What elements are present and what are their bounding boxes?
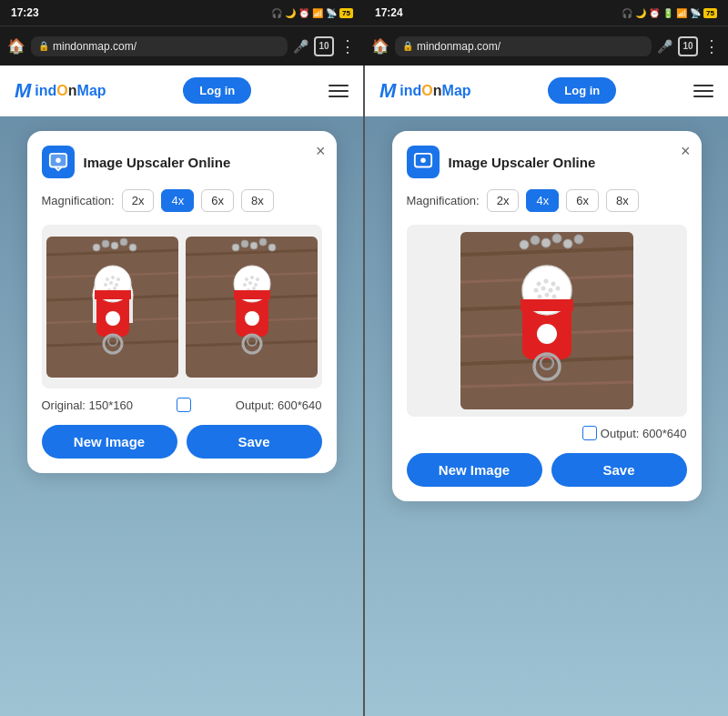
left-close-button[interactable]: × [316,142,326,161]
svg-point-83 [537,324,557,344]
left-lock-icon: 🔒 [38,41,49,51]
left-mag-6x[interactable]: 6x [201,189,234,212]
svg-point-75 [533,288,538,293]
right-mag-8x[interactable]: 8x [606,189,639,212]
right-address-bar[interactable]: 🔒 mindonmap.com/ [395,36,652,56]
right-info-row: Output: 600*640 [407,426,687,440]
right-login-button[interactable]: Log in [548,77,616,104]
svg-point-44 [250,276,254,279]
right-dialog-icon [407,146,440,178]
left-mag-2x[interactable]: 2x [122,189,155,212]
right-page-background: Image Upscaler Online × Magnification: 2… [365,116,728,716]
left-login-button[interactable]: Log in [183,77,251,104]
left-mag-label: Magnification: [42,194,115,207]
left-time: 17:23 [11,6,39,19]
left-output-info: Output: 600*640 [236,398,322,412]
svg-point-68 [563,239,572,248]
right-hamburger-menu[interactable] [693,85,713,97]
right-tab-button[interactable]: 10 [678,36,698,56]
svg-point-39 [259,238,267,246]
right-wifi-icon: 🔋 [662,8,673,18]
left-logo-m: M [15,79,31,103]
svg-point-77 [548,288,552,293]
right-status-icons: 🎧 🌙 ⏰ 🔋 📶 📡 75 [622,8,717,18]
svg-point-78 [555,287,560,291]
left-info-row: Original: 150*160 Output: 600*640 [42,398,322,412]
svg-point-43 [245,277,248,281]
right-mic-icon[interactable]: 🎤 [657,39,672,54]
left-browser-chrome: 🏠 🔒 mindonmap.com/ 🎤 10 ⋮ [0,26,364,66]
left-battery: 75 [339,8,353,18]
svg-point-48 [254,283,258,287]
left-mag-row: Magnification: 2x 4x 6x 8x [42,189,322,212]
right-site-header: M indOnMap Log in [365,66,728,116]
svg-point-47 [248,281,252,285]
svg-point-65 [531,236,540,245]
svg-point-25 [113,287,116,290]
right-battery: 75 [703,8,717,18]
left-address-text: mindonmap.com/ [53,40,136,53]
right-mag-2x[interactable]: 2x [487,189,520,212]
wifi-icon: 📶 [312,8,323,18]
svg-point-46 [243,283,247,287]
svg-point-19 [111,276,115,279]
left-address-bar[interactable]: 🔒 mindonmap.com/ [31,36,288,56]
left-save-button[interactable]: Save [187,425,322,459]
right-more-button[interactable]: ⋮ [703,36,721,56]
right-mag-row: Magnification: 2x 4x 6x 8x [407,189,687,212]
left-more-button[interactable]: ⋮ [339,36,357,56]
left-mag-4x[interactable]: 4x [161,189,194,212]
svg-rect-82 [521,299,573,311]
left-checkbox[interactable] [177,398,191,412]
right-new-image-button[interactable]: New Image [407,453,542,487]
left-logo: M indOnMap [15,79,106,103]
svg-point-27 [106,311,120,326]
right-home-icon[interactable]: 🏠 [371,37,389,55]
left-status-bar: 17:23 🎧 🌙 ⏰ 📶 📡 75 [0,0,364,25]
svg-point-13 [129,244,136,251]
left-dialog-header: Image Upscaler Online × [42,146,322,178]
left-original-info: Original: 150*160 [42,398,133,412]
right-lock-icon: 🔒 [402,41,413,51]
right-mag-6x[interactable]: 6x [566,189,599,212]
right-logo-text: indOnMap [399,83,470,99]
left-home-icon[interactable]: 🏠 [7,37,25,55]
svg-point-18 [106,277,109,281]
moon-icon: 🌙 [285,8,296,18]
left-dialog-icon [42,146,75,178]
svg-point-9 [93,244,100,251]
svg-point-50 [252,287,256,290]
svg-point-2 [56,157,61,163]
right-logo: M indOnMap [379,79,471,103]
right-dialog-card: Image Upscaler Online × Magnification: 2… [392,131,702,501]
right-dialog-header: Image Upscaler Online × [407,146,687,178]
left-dialog-card: Image Upscaler Online × Magnification: 2… [27,131,337,473]
svg-rect-51 [234,290,270,299]
right-mag-4x[interactable]: 4x [526,189,559,212]
left-hamburger-menu[interactable] [329,85,349,97]
right-save-button[interactable]: Save [551,453,687,487]
svg-point-69 [574,235,583,244]
right-browser-chrome: 🏠 🔒 mindonmap.com/ 🎤 10 ⋮ [364,26,728,66]
svg-point-22 [109,281,113,285]
svg-point-11 [111,242,118,249]
svg-rect-26 [95,290,131,299]
left-original-image [46,237,178,378]
svg-point-38 [250,242,258,249]
left-images-area [42,225,322,388]
right-close-button[interactable]: × [681,142,691,161]
right-checkbox[interactable] [582,426,597,440]
left-mic-icon[interactable]: 🎤 [293,39,308,54]
svg-point-56 [420,157,426,163]
right-signal-icon: 📶 [676,8,687,18]
right-output-info: Output: 600*640 [601,427,687,440]
right-alarm-icon: ⏰ [649,8,660,18]
left-new-image-button[interactable]: New Image [42,425,177,459]
right-status-bar: 17:24 🎧 🌙 ⏰ 🔋 📶 📡 75 [364,0,728,25]
svg-point-73 [543,279,548,284]
svg-point-80 [544,293,549,297]
left-mag-8x[interactable]: 8x [241,189,274,212]
left-tab-button[interactable]: 10 [314,36,334,56]
left-status-icons: 🎧 🌙 ⏰ 📶 📡 75 [271,8,353,18]
left-dialog-title: Image Upscaler Online [84,155,231,170]
